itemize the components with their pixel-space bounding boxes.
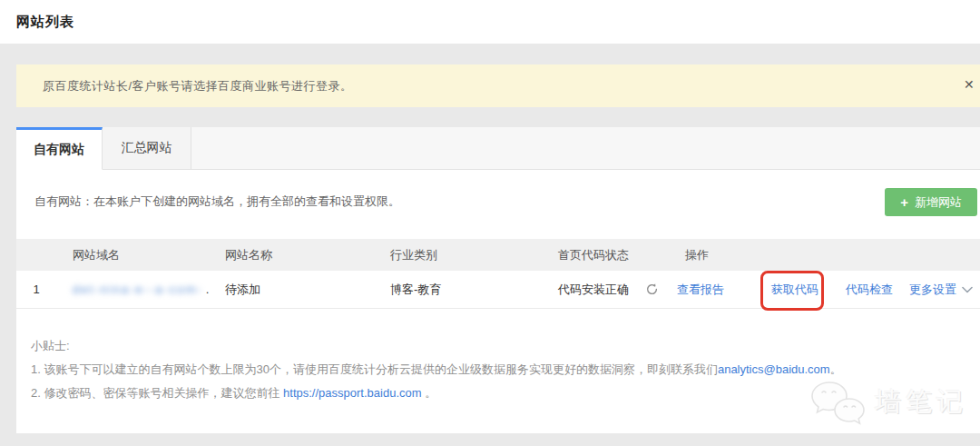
notice-text: 原百度统计站长/客户账号请选择百度商业账号进行登录。 — [43, 78, 353, 94]
more-settings-dropdown[interactable]: 更多设置 — [909, 282, 973, 298]
row-index: 1 — [16, 282, 56, 296]
tab-label: 汇总网站 — [122, 140, 172, 156]
tips-title: 小贴士: — [31, 334, 980, 358]
page-header: 网站列表 — [0, 0, 980, 44]
code-check-link[interactable]: 代码检查 — [846, 282, 893, 298]
page-title: 网站列表 — [16, 14, 74, 31]
website-list-card: 自有网站 汇总网站 自有网站：在本账户下创建的网站域名，拥有全部的查看和设置权限… — [16, 127, 980, 433]
refresh-icon[interactable] — [645, 282, 659, 296]
content-background: 原百度统计站长/客户账号请选择百度商业账号进行登录。 ✕ 自有网站 汇总网站 自… — [0, 44, 980, 446]
close-icon[interactable]: ✕ — [964, 78, 978, 91]
more-settings-link: 更多设置 — [909, 282, 956, 298]
table-header: 网站域名 网站名称 行业类别 首页代码状态 操作 — [16, 239, 980, 271]
tab-own-websites[interactable]: 自有网站 — [16, 127, 103, 170]
header-industry: 行业类别 — [390, 247, 558, 263]
chat-bubbles-icon — [809, 379, 866, 426]
card-body: 自有网站：在本账户下创建的网站域名，拥有全部的查看和设置权限。 + 新增网站 网… — [16, 170, 980, 433]
header-name: 网站名称 — [225, 247, 390, 263]
watermark-text: 墙笔记 — [875, 384, 967, 421]
table-row: 1 det-nina-e--a-com-. 待添加 博客-教育 代码安装正确 — [16, 271, 980, 309]
header-code-status: 首页代码状态 — [558, 247, 677, 263]
code-status-text: 代码安装正确 — [558, 282, 629, 298]
toolbar-row: 自有网站：在本账户下创建的网站域名，拥有全部的查看和设置权限。 + 新增网站 — [16, 170, 980, 239]
watermark: 墙笔记 — [809, 379, 967, 426]
view-report-link[interactable]: 查看报告 — [677, 282, 724, 298]
row-site-name: 待添加 — [225, 282, 390, 298]
plus-icon: + — [900, 195, 908, 209]
tab-label: 自有网站 — [34, 142, 84, 158]
row-industry: 博客-教育 — [390, 282, 558, 298]
analytics-email-link[interactable]: analytics@baidu.com — [718, 362, 830, 376]
redacted-domain-text: det-nina-e--a-com- — [73, 282, 203, 296]
add-website-button[interactable]: + 新增网站 — [885, 188, 977, 216]
domain-suffix: . — [206, 282, 210, 296]
chevron-down-icon — [962, 286, 973, 293]
row-code-status: 代码安装正确 — [558, 282, 677, 298]
tab-aggregated-websites[interactable]: 汇总网站 — [103, 127, 191, 170]
header-actions: 操作 — [677, 247, 980, 263]
passport-link[interactable]: https://passport.baidu.com — [283, 386, 421, 400]
tab-bar-filler — [191, 127, 980, 170]
notice-banner: 原百度统计站长/客户账号请选择百度商业账号进行登录。 ✕ — [16, 64, 980, 107]
tab-bar: 自有网站 汇总网站 — [16, 127, 980, 170]
get-code-link[interactable]: 获取代码 — [771, 282, 818, 298]
row-domain: det-nina-e--a-com-. — [56, 282, 225, 296]
row-actions: 查看报告 获取代码 代码检查 更多设置 — [677, 282, 980, 298]
tab-description: 自有网站：在本账户下创建的网站域名，拥有全部的查看和设置权限。 — [34, 193, 400, 210]
header-domain: 网站域名 — [56, 247, 225, 263]
add-website-label: 新增网站 — [915, 194, 962, 211]
